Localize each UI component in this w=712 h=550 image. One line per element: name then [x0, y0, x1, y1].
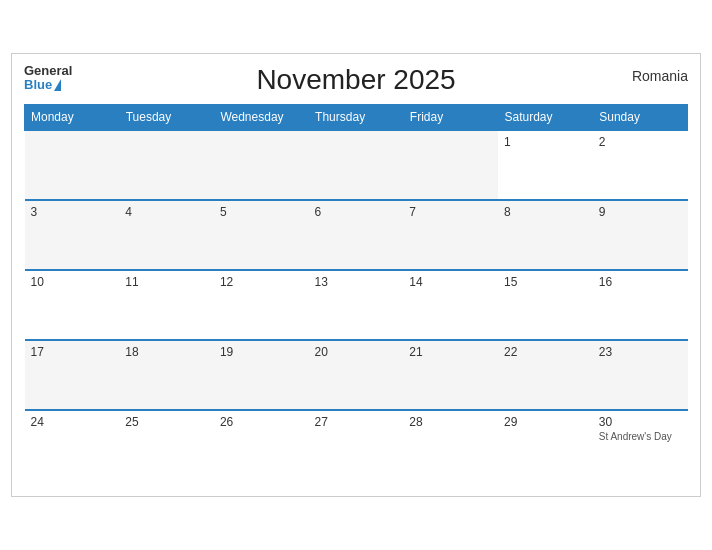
week-row-1: 3456789: [25, 200, 688, 270]
logo-general-text: General: [24, 64, 72, 78]
calendar-cell-w1-d4: 7: [403, 200, 498, 270]
calendar-cell-w4-d2: 26: [214, 410, 309, 480]
calendar-cell-w2-d3: 13: [309, 270, 404, 340]
calendar-cell-w1-d5: 8: [498, 200, 593, 270]
calendar-cell-w2-d1: 11: [119, 270, 214, 340]
day-number-22: 22: [504, 345, 587, 359]
day-event-30: St Andrew's Day: [599, 431, 682, 442]
day-number-28: 28: [409, 415, 492, 429]
calendar-cell-w2-d4: 14: [403, 270, 498, 340]
calendar-cell-w3-d0: 17: [25, 340, 120, 410]
calendar-cell-w0-d2: [214, 130, 309, 200]
calendar-cell-w4-d4: 28: [403, 410, 498, 480]
calendar-cell-w4-d5: 29: [498, 410, 593, 480]
calendar-cell-w0-d1: [119, 130, 214, 200]
day-number-15: 15: [504, 275, 587, 289]
day-number-30: 30: [599, 415, 682, 429]
week-row-0: 12: [25, 130, 688, 200]
day-number-26: 26: [220, 415, 303, 429]
calendar-cell-w0-d6: 2: [593, 130, 688, 200]
calendar-cell-w0-d4: [403, 130, 498, 200]
calendar-cell-w1-d2: 5: [214, 200, 309, 270]
header-monday: Monday: [25, 105, 120, 131]
calendar-cell-w3-d4: 21: [403, 340, 498, 410]
calendar-cell-w3-d2: 19: [214, 340, 309, 410]
header-saturday: Saturday: [498, 105, 593, 131]
calendar-cell-w2-d0: 10: [25, 270, 120, 340]
week-row-3: 17181920212223: [25, 340, 688, 410]
day-number-12: 12: [220, 275, 303, 289]
day-number-29: 29: [504, 415, 587, 429]
day-number-9: 9: [599, 205, 682, 219]
day-number-23: 23: [599, 345, 682, 359]
day-number-25: 25: [125, 415, 208, 429]
week-row-4: 24252627282930St Andrew's Day: [25, 410, 688, 480]
header-sunday: Sunday: [593, 105, 688, 131]
logo: General Blue: [24, 64, 72, 93]
day-number-5: 5: [220, 205, 303, 219]
logo-blue-text: Blue: [24, 78, 52, 92]
day-number-1: 1: [504, 135, 587, 149]
header-thursday: Thursday: [309, 105, 404, 131]
day-number-14: 14: [409, 275, 492, 289]
header-wednesday: Wednesday: [214, 105, 309, 131]
logo-triangle-icon: [54, 79, 61, 91]
calendar-cell-w3-d5: 22: [498, 340, 593, 410]
calendar-cell-w3-d6: 23: [593, 340, 688, 410]
calendar-cell-w3-d3: 20: [309, 340, 404, 410]
day-number-3: 3: [31, 205, 114, 219]
calendar-cell-w0-d5: 1: [498, 130, 593, 200]
country-label: Romania: [632, 68, 688, 84]
day-number-18: 18: [125, 345, 208, 359]
calendar-cell-w4-d1: 25: [119, 410, 214, 480]
calendar-cell-w1-d6: 9: [593, 200, 688, 270]
calendar-cell-w2-d6: 16: [593, 270, 688, 340]
day-number-13: 13: [315, 275, 398, 289]
week-row-2: 10111213141516: [25, 270, 688, 340]
calendar-cell-w0-d3: [309, 130, 404, 200]
day-number-11: 11: [125, 275, 208, 289]
calendar-cell-w2-d2: 12: [214, 270, 309, 340]
day-number-20: 20: [315, 345, 398, 359]
day-number-8: 8: [504, 205, 587, 219]
day-number-27: 27: [315, 415, 398, 429]
day-number-6: 6: [315, 205, 398, 219]
day-number-16: 16: [599, 275, 682, 289]
calendar-cell-w4-d0: 24: [25, 410, 120, 480]
calendar-cell-w1-d3: 6: [309, 200, 404, 270]
day-number-19: 19: [220, 345, 303, 359]
calendar-table: Monday Tuesday Wednesday Thursday Friday…: [24, 104, 688, 480]
day-number-4: 4: [125, 205, 208, 219]
calendar-cell-w2-d5: 15: [498, 270, 593, 340]
calendar-cell-w0-d0: [25, 130, 120, 200]
calendar-cell-w3-d1: 18: [119, 340, 214, 410]
calendar-cell-w1-d1: 4: [119, 200, 214, 270]
day-number-10: 10: [31, 275, 114, 289]
day-number-17: 17: [31, 345, 114, 359]
calendar-cell-w1-d0: 3: [25, 200, 120, 270]
calendar-container: General Blue November 2025 Romania Monda…: [11, 53, 701, 497]
calendar-cell-w4-d6: 30St Andrew's Day: [593, 410, 688, 480]
weekday-header-row: Monday Tuesday Wednesday Thursday Friday…: [25, 105, 688, 131]
calendar-header: General Blue November 2025 Romania: [24, 64, 688, 96]
header-friday: Friday: [403, 105, 498, 131]
day-number-7: 7: [409, 205, 492, 219]
calendar-title: November 2025: [256, 64, 455, 96]
day-number-21: 21: [409, 345, 492, 359]
day-number-2: 2: [599, 135, 682, 149]
calendar-cell-w4-d3: 27: [309, 410, 404, 480]
day-number-24: 24: [31, 415, 114, 429]
header-tuesday: Tuesday: [119, 105, 214, 131]
